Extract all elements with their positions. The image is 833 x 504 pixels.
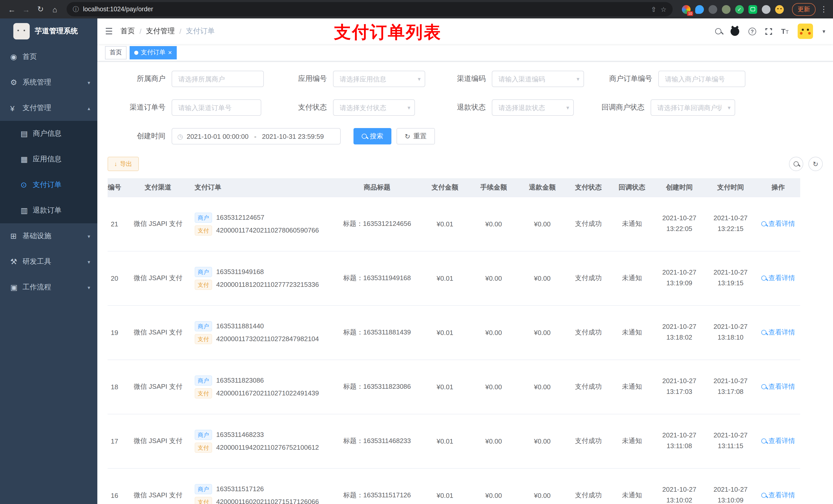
pay-status-select[interactable]: ▾ bbox=[333, 99, 415, 116]
merchant-order-no: 1635311468233 bbox=[216, 431, 264, 438]
filter-label: 商户订单编号 bbox=[584, 74, 658, 83]
tab-home[interactable]: 首页 bbox=[105, 46, 126, 59]
create-time-range-picker[interactable]: ◷ 2021-10-01 00:00:00 - 2021-10-31 23:59… bbox=[172, 128, 341, 144]
back-icon[interactable]: ← bbox=[5, 5, 19, 14]
pay-order-no: 4200001173202110272847982104 bbox=[216, 335, 319, 343]
cell-status: 支付成功 bbox=[567, 251, 610, 305]
site-info-icon[interactable]: ⓘ bbox=[73, 5, 79, 14]
merchant-order-no-field[interactable] bbox=[658, 71, 745, 87]
breadcrumb-home[interactable]: 首页 bbox=[121, 27, 135, 36]
view-detail-link[interactable]: 查看详情 bbox=[761, 273, 795, 283]
range-end-value[interactable]: 2021-10-31 23:59:59 bbox=[262, 133, 324, 140]
close-icon[interactable]: × bbox=[168, 49, 172, 56]
sidebar-item-payment[interactable]: ¥ 支付管理 ▴ bbox=[0, 95, 97, 121]
order-icon: ⊙ bbox=[21, 180, 33, 190]
tab-pay-order[interactable]: 支付订单 × bbox=[129, 46, 176, 59]
reset-button[interactable]: ↻重置 bbox=[397, 128, 435, 144]
browser-menu-icon[interactable]: ⋮ bbox=[820, 5, 828, 14]
refresh-table-button[interactable]: ↻ bbox=[808, 157, 823, 171]
view-detail-link[interactable]: 查看详情 bbox=[761, 219, 795, 229]
detail-search-icon bbox=[761, 384, 766, 389]
extension-face-icon[interactable] bbox=[775, 5, 784, 14]
bookmark-star-icon[interactable]: ☆ bbox=[661, 5, 667, 13]
sidebar-item-home[interactable]: ◉ 首页 bbox=[0, 44, 97, 70]
notify-status-select[interactable]: ▾ bbox=[651, 99, 735, 116]
cell-refund: ¥0.00 bbox=[518, 305, 567, 360]
user-avatar[interactable] bbox=[798, 24, 813, 39]
extension-drop-icon[interactable] bbox=[695, 5, 704, 14]
update-button[interactable]: 更新 bbox=[792, 3, 815, 16]
extension-olive-icon[interactable] bbox=[722, 5, 731, 14]
extension-gray-icon[interactable] bbox=[709, 5, 717, 14]
export-button[interactable]: ↓导出 bbox=[108, 157, 139, 171]
channel-code-input[interactable] bbox=[492, 71, 584, 87]
cell-notify: 未通知 bbox=[610, 414, 654, 468]
share-icon[interactable]: ⇧ bbox=[651, 5, 657, 13]
notify-status-input[interactable] bbox=[651, 99, 735, 116]
sidebar-item-refund-order[interactable]: ▥ 退款订单 bbox=[0, 198, 97, 223]
font-size-icon[interactable]: TT bbox=[781, 27, 789, 36]
sidebar-item-pay-order[interactable]: ⊙ 支付订单 bbox=[0, 172, 97, 198]
merchant-badge: 商户 bbox=[195, 321, 212, 331]
range-start-value[interactable]: 2021-10-01 00:00:00 bbox=[187, 133, 248, 140]
refund-status-select[interactable]: ▾ bbox=[492, 99, 574, 116]
sidebar-item-merchant-info[interactable]: ▤ 商户信息 bbox=[0, 121, 97, 146]
cell-title: 标题：1635311823086 bbox=[334, 360, 421, 414]
merchant-badge: 商户 bbox=[195, 267, 212, 277]
question-icon[interactable]: ? bbox=[748, 27, 756, 35]
extension-puzzle-icon[interactable] bbox=[762, 5, 770, 14]
sidebar-item-dev-tools[interactable]: ⚒ 研发工具 ▾ bbox=[0, 249, 97, 274]
refund-status-input[interactable] bbox=[492, 99, 574, 116]
view-detail-link[interactable]: 查看详情 bbox=[761, 382, 795, 391]
column-header: 操作 bbox=[756, 178, 800, 197]
extension-chat-icon[interactable] bbox=[748, 5, 757, 14]
infrastructure-icon: ⊞ bbox=[10, 232, 23, 241]
github-icon[interactable] bbox=[731, 27, 739, 35]
cell-fee: ¥0.00 bbox=[469, 468, 518, 504]
breadcrumb-payment[interactable]: 支付管理 bbox=[146, 27, 175, 36]
cell-channel: 微信 JSAPI 支付 bbox=[128, 360, 188, 414]
channel-code-select[interactable]: ▾ bbox=[492, 71, 584, 87]
view-detail-link[interactable]: 查看详情 bbox=[761, 491, 795, 500]
column-header: 支付订单 bbox=[188, 178, 334, 197]
cell-refund: ¥0.00 bbox=[518, 360, 567, 414]
merchant-order-no-input[interactable] bbox=[658, 71, 745, 87]
cell-pay-time: 2021-10-2713:17:08 bbox=[705, 360, 756, 414]
document-icon: ▥ bbox=[21, 206, 33, 215]
home-icon[interactable]: ⌂ bbox=[48, 5, 62, 14]
sidebar-fold-icon[interactable]: ☰ bbox=[105, 26, 113, 37]
pay-badge: 支付 bbox=[195, 334, 212, 344]
show-search-button[interactable] bbox=[789, 157, 803, 171]
search-icon[interactable] bbox=[715, 28, 721, 34]
channel-order-no-input[interactable] bbox=[172, 99, 261, 116]
pay-status-input[interactable] bbox=[333, 99, 415, 116]
sidebar-item-label: 支付订单 bbox=[33, 180, 90, 190]
forward-icon[interactable]: → bbox=[20, 5, 33, 14]
extension-colorful-icon[interactable]: 10 bbox=[682, 5, 691, 14]
url-text[interactable]: localhost:1024/pay/order bbox=[83, 6, 647, 13]
view-detail-link[interactable]: 查看详情 bbox=[761, 328, 795, 337]
sidebar-item-system[interactable]: ⚙ 系统管理 ▾ bbox=[0, 70, 97, 95]
sidebar-item-workflow[interactable]: ▣ 工作流程 ▾ bbox=[0, 274, 97, 300]
app-select-input[interactable] bbox=[333, 71, 425, 87]
app-select[interactable]: ▾ bbox=[333, 71, 425, 87]
cell-actions: 查看详情 bbox=[756, 251, 800, 305]
channel-order-no-field[interactable] bbox=[172, 99, 261, 116]
sidebar-item-infrastructure[interactable]: ⊞ 基础设施 ▾ bbox=[0, 223, 97, 249]
reload-icon[interactable]: ↻ bbox=[34, 5, 47, 14]
download-icon: ↓ bbox=[114, 160, 117, 167]
url-bar[interactable]: ⓘ localhost:1024/pay/order ⇧ ☆ bbox=[67, 2, 673, 16]
merchant-select-input[interactable] bbox=[172, 71, 264, 87]
reset-button-label: 重置 bbox=[413, 131, 427, 141]
view-detail-link[interactable]: 查看详情 bbox=[761, 436, 795, 446]
extension-check-icon[interactable]: ✓ bbox=[735, 5, 744, 14]
filter-label: 回调商户状态 bbox=[574, 103, 651, 112]
cell-status: 支付成功 bbox=[567, 414, 610, 468]
cell-refund: ¥0.00 bbox=[518, 468, 567, 504]
search-button[interactable]: 搜索 bbox=[354, 128, 391, 144]
cell-id: 20 bbox=[108, 251, 128, 305]
avatar-caret-down-icon[interactable]: ▾ bbox=[823, 28, 825, 34]
sidebar-item-app-info[interactable]: ▦ 应用信息 bbox=[0, 146, 97, 172]
merchant-select[interactable] bbox=[172, 71, 264, 87]
fullscreen-icon[interactable] bbox=[765, 28, 772, 34]
